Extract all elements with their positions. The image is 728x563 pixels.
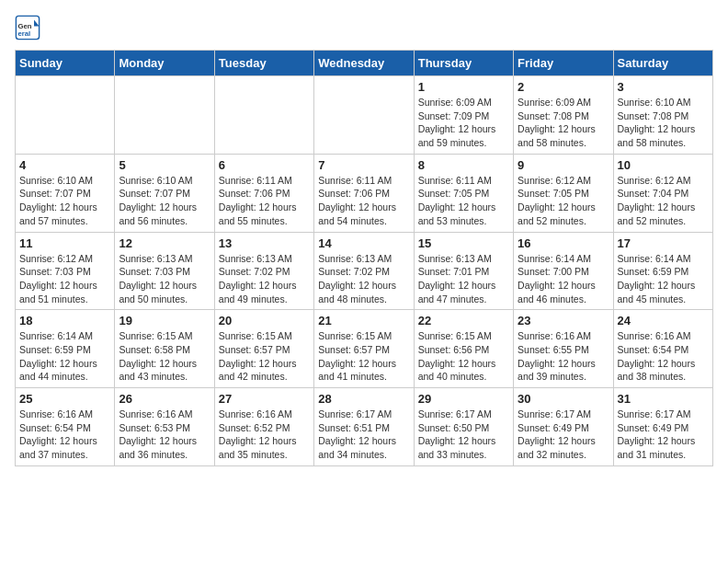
day-info: Sunrise: 6:15 AMSunset: 6:58 PMDaylight:… bbox=[119, 329, 210, 384]
calendar-cell bbox=[314, 76, 414, 155]
calendar-cell: 9Sunrise: 6:12 AMSunset: 7:05 PMDaylight… bbox=[514, 154, 613, 232]
day-number: 5 bbox=[119, 158, 210, 172]
day-info: Sunrise: 6:10 AMSunset: 7:07 PMDaylight:… bbox=[119, 174, 210, 228]
calendar-cell bbox=[115, 76, 214, 155]
calendar-cell: 21Sunrise: 6:15 AMSunset: 6:57 PMDayligh… bbox=[314, 310, 414, 388]
calendar-cell: 17Sunrise: 6:14 AMSunset: 6:59 PMDayligh… bbox=[613, 232, 712, 310]
day-header-saturday: Saturday bbox=[613, 51, 712, 76]
day-number: 14 bbox=[318, 236, 409, 250]
calendar-cell: 7Sunrise: 6:11 AMSunset: 7:06 PMDaylight… bbox=[314, 154, 414, 232]
week-row-2: 4Sunrise: 6:10 AMSunset: 7:07 PMDaylight… bbox=[16, 154, 713, 232]
day-info: Sunrise: 6:13 AMSunset: 7:01 PMDaylight:… bbox=[418, 252, 509, 306]
day-header-tuesday: Tuesday bbox=[214, 51, 313, 76]
calendar-cell: 20Sunrise: 6:15 AMSunset: 6:57 PMDayligh… bbox=[214, 310, 313, 388]
day-number: 30 bbox=[518, 392, 609, 406]
calendar-cell: 24Sunrise: 6:16 AMSunset: 6:54 PMDayligh… bbox=[613, 310, 712, 388]
calendar-cell: 14Sunrise: 6:13 AMSunset: 7:02 PMDayligh… bbox=[314, 232, 414, 310]
calendar-cell: 26Sunrise: 6:16 AMSunset: 6:53 PMDayligh… bbox=[115, 388, 214, 466]
day-number: 7 bbox=[318, 158, 409, 172]
day-info: Sunrise: 6:15 AMSunset: 6:56 PMDaylight:… bbox=[418, 329, 509, 384]
day-info: Sunrise: 6:09 AMSunset: 7:09 PMDaylight:… bbox=[418, 96, 509, 150]
day-number: 6 bbox=[219, 158, 310, 172]
day-number: 17 bbox=[618, 236, 709, 250]
day-info: Sunrise: 6:14 AMSunset: 6:59 PMDaylight:… bbox=[618, 252, 709, 306]
day-info: Sunrise: 6:12 AMSunset: 7:05 PMDaylight:… bbox=[518, 174, 609, 228]
day-info: Sunrise: 6:17 AMSunset: 6:51 PMDaylight:… bbox=[318, 408, 409, 462]
calendar-cell: 19Sunrise: 6:15 AMSunset: 6:58 PMDayligh… bbox=[115, 310, 214, 388]
day-number: 3 bbox=[618, 80, 709, 94]
calendar-cell: 18Sunrise: 6:14 AMSunset: 6:59 PMDayligh… bbox=[16, 310, 115, 388]
day-header-friday: Friday bbox=[514, 51, 613, 76]
day-number: 24 bbox=[618, 314, 709, 327]
day-number: 10 bbox=[618, 158, 709, 172]
calendar-cell: 16Sunrise: 6:14 AMSunset: 7:00 PMDayligh… bbox=[514, 232, 613, 310]
day-info: Sunrise: 6:10 AMSunset: 7:08 PMDaylight:… bbox=[618, 96, 709, 150]
day-number: 22 bbox=[418, 314, 509, 327]
calendar-cell: 15Sunrise: 6:13 AMSunset: 7:01 PMDayligh… bbox=[414, 232, 513, 310]
day-number: 20 bbox=[219, 314, 310, 327]
calendar-table: SundayMondayTuesdayWednesdayThursdayFrid… bbox=[15, 50, 713, 466]
day-info: Sunrise: 6:13 AMSunset: 7:02 PMDaylight:… bbox=[219, 252, 310, 306]
day-number: 25 bbox=[19, 392, 110, 406]
header: Gen eral bbox=[15, 15, 713, 40]
day-info: Sunrise: 6:14 AMSunset: 6:59 PMDaylight:… bbox=[19, 329, 110, 384]
calendar-cell: 30Sunrise: 6:17 AMSunset: 6:49 PMDayligh… bbox=[514, 388, 613, 466]
calendar-cell: 3Sunrise: 6:10 AMSunset: 7:08 PMDaylight… bbox=[613, 76, 712, 155]
calendar-cell: 6Sunrise: 6:11 AMSunset: 7:06 PMDaylight… bbox=[214, 154, 313, 232]
day-number: 13 bbox=[219, 236, 310, 250]
calendar-cell: 31Sunrise: 6:17 AMSunset: 6:49 PMDayligh… bbox=[613, 388, 712, 466]
day-info: Sunrise: 6:09 AMSunset: 7:08 PMDaylight:… bbox=[518, 96, 609, 150]
calendar-cell bbox=[16, 76, 115, 155]
calendar-cell: 22Sunrise: 6:15 AMSunset: 6:56 PMDayligh… bbox=[414, 310, 513, 388]
day-info: Sunrise: 6:13 AMSunset: 7:03 PMDaylight:… bbox=[119, 252, 210, 306]
day-number: 1 bbox=[418, 80, 509, 94]
day-number: 4 bbox=[19, 158, 110, 172]
day-info: Sunrise: 6:15 AMSunset: 6:57 PMDaylight:… bbox=[318, 329, 409, 384]
day-number: 8 bbox=[418, 158, 509, 172]
day-number: 28 bbox=[318, 392, 409, 406]
day-info: Sunrise: 6:16 AMSunset: 6:55 PMDaylight:… bbox=[518, 329, 609, 384]
calendar-cell: 4Sunrise: 6:10 AMSunset: 7:07 PMDaylight… bbox=[16, 154, 115, 232]
day-info: Sunrise: 6:17 AMSunset: 6:49 PMDaylight:… bbox=[518, 408, 609, 462]
calendar-cell: 8Sunrise: 6:11 AMSunset: 7:05 PMDaylight… bbox=[414, 154, 513, 232]
calendar-cell: 25Sunrise: 6:16 AMSunset: 6:54 PMDayligh… bbox=[16, 388, 115, 466]
day-number: 21 bbox=[318, 314, 409, 327]
calendar-cell: 1Sunrise: 6:09 AMSunset: 7:09 PMDaylight… bbox=[414, 76, 513, 155]
day-info: Sunrise: 6:16 AMSunset: 6:54 PMDaylight:… bbox=[19, 408, 110, 462]
day-info: Sunrise: 6:16 AMSunset: 6:53 PMDaylight:… bbox=[119, 408, 210, 462]
calendar-cell: 11Sunrise: 6:12 AMSunset: 7:03 PMDayligh… bbox=[16, 232, 115, 310]
day-number: 9 bbox=[518, 158, 609, 172]
logo-icon: Gen eral bbox=[15, 15, 40, 40]
day-number: 26 bbox=[119, 392, 210, 406]
day-info: Sunrise: 6:17 AMSunset: 6:50 PMDaylight:… bbox=[418, 408, 509, 462]
logo: Gen eral bbox=[15, 15, 44, 40]
day-header-thursday: Thursday bbox=[414, 51, 513, 76]
calendar-cell bbox=[214, 76, 313, 155]
calendar-cell: 28Sunrise: 6:17 AMSunset: 6:51 PMDayligh… bbox=[314, 388, 414, 466]
calendar-cell: 29Sunrise: 6:17 AMSunset: 6:50 PMDayligh… bbox=[414, 388, 513, 466]
calendar-cell: 12Sunrise: 6:13 AMSunset: 7:03 PMDayligh… bbox=[115, 232, 214, 310]
day-info: Sunrise: 6:14 AMSunset: 7:00 PMDaylight:… bbox=[518, 252, 609, 306]
calendar-cell: 10Sunrise: 6:12 AMSunset: 7:04 PMDayligh… bbox=[613, 154, 712, 232]
day-info: Sunrise: 6:11 AMSunset: 7:06 PMDaylight:… bbox=[219, 174, 310, 228]
svg-text:eral: eral bbox=[18, 29, 31, 38]
day-info: Sunrise: 6:12 AMSunset: 7:03 PMDaylight:… bbox=[19, 252, 110, 306]
calendar-cell: 27Sunrise: 6:16 AMSunset: 6:52 PMDayligh… bbox=[214, 388, 313, 466]
day-info: Sunrise: 6:11 AMSunset: 7:06 PMDaylight:… bbox=[318, 174, 409, 228]
calendar-cell: 5Sunrise: 6:10 AMSunset: 7:07 PMDaylight… bbox=[115, 154, 214, 232]
calendar-cell: 23Sunrise: 6:16 AMSunset: 6:55 PMDayligh… bbox=[514, 310, 613, 388]
day-info: Sunrise: 6:17 AMSunset: 6:49 PMDaylight:… bbox=[618, 408, 709, 462]
day-number: 23 bbox=[518, 314, 609, 327]
day-info: Sunrise: 6:10 AMSunset: 7:07 PMDaylight:… bbox=[19, 174, 110, 228]
day-info: Sunrise: 6:15 AMSunset: 6:57 PMDaylight:… bbox=[219, 329, 310, 384]
day-number: 29 bbox=[418, 392, 509, 406]
week-row-4: 18Sunrise: 6:14 AMSunset: 6:59 PMDayligh… bbox=[16, 310, 713, 388]
calendar-cell: 2Sunrise: 6:09 AMSunset: 7:08 PMDaylight… bbox=[514, 76, 613, 155]
day-number: 19 bbox=[119, 314, 210, 327]
day-number: 27 bbox=[219, 392, 310, 406]
day-header-sunday: Sunday bbox=[16, 51, 115, 76]
week-row-3: 11Sunrise: 6:12 AMSunset: 7:03 PMDayligh… bbox=[16, 232, 713, 310]
day-info: Sunrise: 6:13 AMSunset: 7:02 PMDaylight:… bbox=[318, 252, 409, 306]
day-number: 16 bbox=[518, 236, 609, 250]
day-info: Sunrise: 6:12 AMSunset: 7:04 PMDaylight:… bbox=[618, 174, 709, 228]
